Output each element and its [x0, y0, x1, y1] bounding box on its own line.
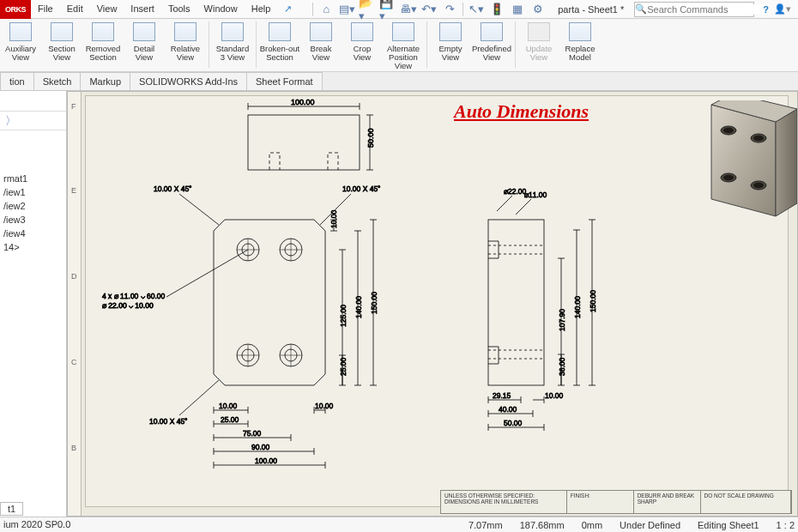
orthographic-drawing: 100.00 50.00 [85, 95, 789, 507]
sheet-tab[interactable]: t1 [0, 502, 23, 516]
document-title: parta - Sheet1 * [551, 4, 631, 15]
tree-item[interactable]: rmat1 [0, 172, 66, 185]
tree-item[interactable]: 14> [0, 240, 66, 254]
vertical-ruler: F E D C B [68, 92, 82, 516]
ribbon-standard-3-view[interactable]: Standard 3 View [212, 19, 253, 70]
command-search[interactable]: 🔍 [634, 2, 754, 17]
status-bar: 7.07mm 187.68mm 0mm Under Defined Editin… [0, 517, 798, 532]
menu-insert[interactable]: Insert [124, 0, 161, 18]
dim-top-width: 100.00 [291, 98, 315, 106]
dim-l25: 25.00 [221, 415, 239, 424]
ribbon-broken-out-section[interactable]: Broken-out Section [259, 19, 300, 70]
drawing-canvas[interactable]: F E D C B Auto Dimensions [67, 91, 798, 517]
select-icon[interactable]: ↖▾ [467, 1, 486, 18]
dim-chamfer-tr: 10.00 X 45° [342, 184, 381, 193]
print-icon[interactable]: 🖶▾ [399, 1, 418, 18]
ribbon-detail-view[interactable]: Detail View [124, 19, 165, 70]
tab-sketch[interactable]: Sketch [33, 72, 82, 90]
menu-edit[interactable]: Edit [60, 0, 90, 18]
new-icon[interactable]: ▤▾ [337, 1, 356, 18]
dim-h125: 125.00 [339, 305, 348, 327]
dim-b10: 10.00 [315, 402, 334, 410]
dim-s10: 10.00 [545, 391, 564, 400]
titleblock-deburr: DEBURR AND BREAK SHARP [634, 491, 701, 513]
ribbon-update-view: Update View [518, 19, 559, 70]
menu-tools[interactable]: Tools [161, 0, 197, 18]
dim-hole-call2: ⌀ 22.00 ⌵ 10.00 [102, 301, 154, 310]
status-y: 187.68mm [520, 520, 565, 530]
ribbon-break-view[interactable]: Break View [300, 19, 342, 70]
titleblock-finish: FINISH: [567, 491, 634, 513]
title-right: ? 👤▾ [763, 3, 798, 15]
stoplight-icon[interactable]: 🚦 [487, 1, 506, 18]
save-icon[interactable]: 💾▾ [378, 1, 397, 18]
dim-s140: 140.00 [573, 296, 582, 318]
dim-b75: 75.00 [243, 429, 262, 438]
tab-addins[interactable]: SOLIDWORKS Add-Ins [130, 72, 247, 90]
tree-item[interactable]: /iew1 [0, 185, 66, 199]
ribbon-replace-model[interactable]: Replace Model [559, 19, 601, 70]
status-state: Under Defined [620, 520, 680, 530]
title-bar: ORKS File Edit View Insert Tools Window … [0, 0, 798, 19]
status-x: 7.07mm [469, 520, 503, 530]
open-icon[interactable]: 📂▾ [358, 1, 377, 18]
ribbon-crop-view[interactable]: Crop View [342, 19, 383, 70]
dim-bot25: 25.00 [339, 357, 348, 376]
main-area: 〉 rmat1 /iew1 /iew2 /iew3 /iew4 14> F E … [0, 91, 798, 517]
dim-b100: 100.00 [255, 456, 277, 465]
ribbon-section-view[interactable]: Section View [41, 19, 82, 70]
options-icon[interactable]: ▦ [508, 1, 527, 18]
tree-item[interactable]: /iew2 [0, 199, 66, 213]
menu-window[interactable]: Window [197, 0, 245, 18]
redo-icon[interactable]: ↷ [440, 1, 459, 18]
dim-b90: 90.00 [251, 443, 270, 451]
svg-rect-11 [248, 115, 360, 170]
help-icon[interactable]: ? [763, 4, 769, 15]
dim-rt10: 10.00 [329, 209, 338, 228]
version-label: ium 2020 SP0.0 [3, 519, 70, 529]
ribbon-auxiliary-view[interactable]: Auxiliary View [0, 19, 41, 70]
ribbon-predefined-view[interactable]: Predefined View [471, 19, 512, 70]
menu-file[interactable]: File [31, 0, 60, 18]
feature-tree[interactable]: 〉 rmat1 /iew1 /iew2 /iew3 /iew4 14> [0, 91, 67, 517]
status-scale: 1 : 2 [777, 520, 795, 530]
tab-annotation[interactable]: tion [0, 72, 34, 90]
tree-toolbar: 〉 [0, 112, 66, 130]
settings-icon[interactable]: ⚙ [529, 1, 547, 18]
ribbon-empty-view[interactable]: Empty View [430, 19, 471, 70]
command-tabs: tion Sketch Markup SOLIDWORKS Add-Ins Sh… [0, 72, 798, 91]
tab-sheet-format[interactable]: Sheet Format [246, 72, 323, 90]
dim-chamfer-tl: 10.00 X 45° [154, 184, 192, 193]
home-icon[interactable]: ⌂ [317, 1, 336, 18]
title-block: UNLESS OTHERWISE SPECIFIED: DIMENSIONS A… [440, 490, 792, 514]
ribbon-removed-section[interactable]: Removed Section [82, 19, 124, 70]
dim-s150: 150.00 [589, 290, 597, 312]
menu-help[interactable]: Help [245, 0, 278, 18]
titleblock-noscale: DO NOT SCALE DRAWING [701, 491, 791, 513]
tree-item[interactable]: /iew4 [0, 227, 66, 240]
dim-phi22: ⌀22.00 [504, 187, 527, 196]
tab-markup[interactable]: Markup [80, 72, 130, 90]
dim-s50: 50.00 [504, 419, 523, 427]
status-z: 0mm [582, 520, 602, 530]
tree-item[interactable]: /iew3 [0, 213, 66, 227]
dim-hole-call: 4 x ⌀ 11.00 ⌵ 60.00 [102, 292, 166, 300]
user-icon[interactable]: 👤▾ [774, 3, 791, 15]
ribbon-alternate-position-view[interactable]: Alternate Position View [383, 19, 424, 70]
app-logo: ORKS [0, 0, 31, 19]
ribbon: Auxiliary View Section View Removed Sect… [0, 19, 798, 72]
menu-view[interactable]: View [90, 0, 124, 18]
main-menu: File Edit View Insert Tools Window Help … [31, 0, 299, 18]
dim-phi11: ⌀11.00 [524, 190, 547, 199]
dim-h140: 140.00 [354, 296, 363, 318]
dim-s40: 40.00 [499, 405, 517, 414]
dim-top-height: 50.00 [366, 128, 375, 148]
menu-launcher-icon[interactable]: ↗ [277, 0, 299, 18]
dim-s10790: 107.90 [558, 309, 566, 331]
ribbon-relative-view[interactable]: Relative View [165, 19, 206, 70]
dim-s2915: 29.15 [493, 391, 511, 400]
search-input[interactable] [647, 4, 765, 15]
undo-icon[interactable]: ↶▾ [420, 1, 438, 18]
titleblock-notes: UNLESS OTHERWISE SPECIFIED: DIMENSIONS A… [441, 491, 567, 513]
search-icon: 🔍 [635, 3, 647, 15]
